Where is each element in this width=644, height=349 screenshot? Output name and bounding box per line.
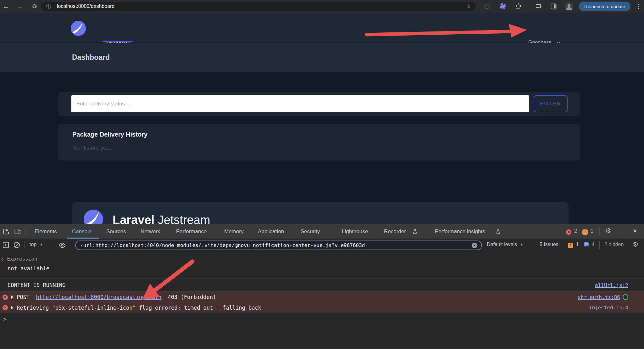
- expand-caret-icon[interactable]: [11, 295, 14, 299]
- console-settings-gear-icon[interactable]: ⚙: [633, 241, 639, 248]
- relaunch-to-update-button[interactable]: Relaunch to update: [579, 2, 630, 11]
- tab-security[interactable]: Security: [301, 224, 320, 239]
- delivery-status-card: ENTER: [58, 92, 580, 116]
- browser-menu-icon[interactable]: ⋮: [635, 0, 642, 13]
- console-toolbar: top ▾ ✕ Default levels ▾ 5 Issues: ! 1: [0, 239, 644, 252]
- collapse-chevron-icon: ‹: [1, 257, 3, 261]
- console-error-row[interactable]: ✕ POST http://localhost:8000/broadcastin…: [0, 292, 644, 302]
- request-url-link[interactable]: http://localhost:8000/broadcasting/auth: [36, 294, 161, 300]
- tabbar-divider: [599, 228, 600, 235]
- error-circle-icon: ✕: [3, 305, 8, 310]
- inspect-element-icon[interactable]: [3, 228, 10, 236]
- browser-toolbar: ← → ⟳ ⓘ localhost:8000/dashboard ☆: [0, 0, 644, 13]
- app-navbar: Dashboard Goodness: [0, 13, 644, 43]
- reload-icon[interactable]: ⟳: [30, 0, 40, 13]
- clear-console-icon[interactable]: [13, 241, 20, 250]
- error-prefix: POST: [17, 294, 33, 300]
- tab-lighthouse[interactable]: Lighthouse: [342, 224, 368, 239]
- tab-memory[interactable]: Memory: [224, 224, 243, 239]
- console-prompt-chevron[interactable]: >: [3, 316, 7, 323]
- tab-recorder[interactable]: Recorder: [384, 224, 406, 239]
- page-content: ENTER Package Delivery History No Histor…: [0, 72, 644, 224]
- jetstream-logo[interactable]: [71, 21, 86, 37]
- hidden-messages-label[interactable]: 2 hidden: [604, 242, 624, 247]
- source-extension-badge-icon: [623, 294, 628, 300]
- nav-active-underline: [103, 41, 133, 42]
- source-link[interactable]: xhr_auth.ts:86: [578, 294, 620, 300]
- dropdown-caret-icon: ▾: [40, 242, 42, 247]
- source-link[interactable]: allUrl.js:2: [595, 282, 628, 288]
- toolbar-divider: [72, 241, 72, 249]
- console-messages: ‹ Expression not available CONTENT IS RU…: [0, 252, 644, 349]
- toolbar-divider: [534, 241, 534, 249]
- devtools-menu-icon[interactable]: ⋮: [620, 228, 626, 234]
- page-title: Dashboard: [72, 53, 110, 62]
- extension-burst-icon[interactable]: [499, 0, 507, 13]
- console-log-row[interactable]: CONTENT IS RUNNING allUrl.js:2: [0, 279, 644, 292]
- console-filter-input[interactable]: [75, 241, 482, 250]
- page-header: Dashboard: [0, 43, 644, 72]
- console-sidebar-icon[interactable]: [3, 242, 9, 250]
- toolbar-divider: [25, 241, 25, 249]
- enter-button[interactable]: ENTER: [534, 95, 568, 112]
- tab-network[interactable]: Network: [141, 224, 160, 239]
- log-levels-label: Default levels: [487, 242, 517, 247]
- clear-filter-icon[interactable]: ✕: [472, 243, 477, 248]
- context-label: top: [30, 242, 36, 247]
- extensions-puzzle-icon[interactable]: [514, 0, 523, 13]
- error-circle-icon: ✕: [566, 229, 571, 235]
- error-count-badge[interactable]: ✕: [566, 229, 571, 235]
- back-icon[interactable]: ←: [1, 0, 11, 13]
- error-count: 2: [574, 228, 577, 234]
- tab-sources[interactable]: Sources: [106, 224, 126, 239]
- expand-caret-icon[interactable]: [11, 306, 14, 310]
- issues-label[interactable]: 5 Issues:: [540, 242, 560, 247]
- log-levels-selector[interactable]: Default levels ▾: [487, 242, 523, 247]
- info-icon[interactable]: ⓘ: [46, 3, 51, 10]
- avatar[interactable]: [564, 0, 574, 13]
- toolbar-divider: [528, 3, 528, 9]
- toolbar-divider: [599, 241, 600, 249]
- devtools-tab-bar: Elements Console Sources Network Perform…: [0, 224, 644, 239]
- expression-value: not available: [8, 265, 49, 272]
- error-circle-icon: ✕: [3, 295, 8, 300]
- context-selector[interactable]: top ▾: [30, 242, 42, 247]
- device-toolbar-icon[interactable]: [14, 228, 21, 236]
- tab-elements[interactable]: Elements: [35, 224, 57, 239]
- delivery-status-input[interactable]: [71, 95, 529, 112]
- source-link[interactable]: injected.js:4: [589, 305, 628, 311]
- log-text: CONTENT IS RUNNING: [8, 282, 65, 288]
- warning-square-icon: !: [582, 229, 588, 235]
- bookmark-star-icon[interactable]: ☆: [466, 3, 471, 10]
- live-expression-header[interactable]: ‹ Expression: [1, 256, 37, 262]
- tab-console[interactable]: Console: [72, 224, 92, 239]
- devtools-settings-gear-icon[interactable]: ⚙: [605, 227, 611, 234]
- issues-breakpoint-icon[interactable]: !: [568, 242, 573, 248]
- warning-count: 1: [591, 228, 593, 234]
- forward-icon[interactable]: →: [15, 0, 25, 13]
- live-expression-eye-icon[interactable]: [58, 242, 66, 250]
- expression-label: Expression: [7, 256, 37, 262]
- reading-list-icon[interactable]: [534, 0, 543, 13]
- tabbar-divider: [25, 228, 25, 235]
- devtools-close-icon[interactable]: ✕: [633, 228, 637, 234]
- side-panel-icon[interactable]: [549, 0, 558, 13]
- console-error-row[interactable]: ✕ Retrieving "b5x-stateful-inline-icon" …: [0, 302, 644, 313]
- address-bar[interactable]: ⓘ localhost:8000/dashboard ☆: [41, 2, 476, 11]
- toolbar-divider: [53, 241, 53, 249]
- issues-message-icon[interactable]: [584, 242, 589, 249]
- flask-icon: [496, 229, 501, 234]
- tab-application[interactable]: Application: [258, 224, 284, 239]
- disabled-extension-icon: [483, 0, 490, 13]
- dropdown-caret-icon: ▾: [521, 242, 523, 247]
- error-text: Retrieving "b5x-stateful-inline-icon" fl…: [17, 305, 261, 311]
- screenshot-root: ← → ⟳ ⓘ localhost:8000/dashboard ☆: [0, 0, 644, 349]
- error-suffix: 403 (Forbidden): [164, 294, 216, 300]
- url-text[interactable]: localhost:8000/dashboard: [57, 3, 114, 9]
- history-title: Package Delivery History: [72, 131, 147, 138]
- tab-performance-insights[interactable]: Performance insights: [435, 224, 485, 239]
- devtools-panel: Elements Console Sources Network Perform…: [0, 224, 644, 349]
- tab-performance[interactable]: Performance: [176, 224, 207, 239]
- warning-count-badge[interactable]: !: [582, 229, 588, 235]
- flask-icon: [412, 229, 418, 234]
